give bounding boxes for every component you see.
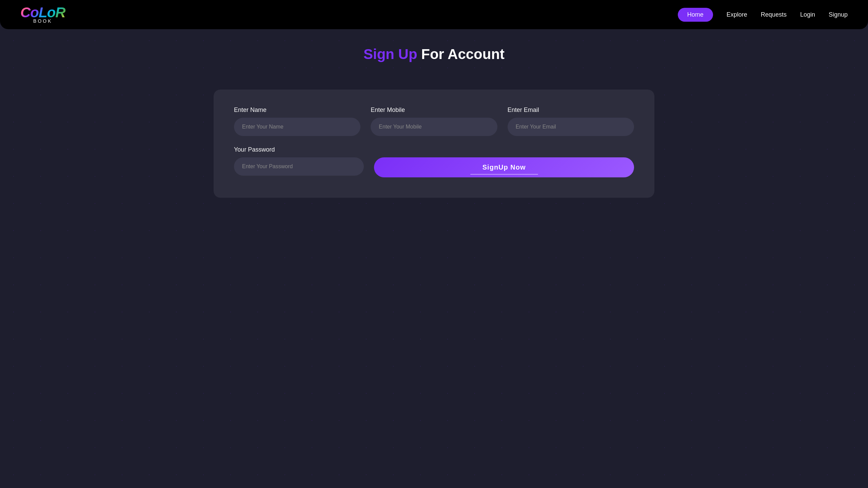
email-input[interactable]	[508, 118, 634, 136]
password-input[interactable]	[234, 157, 364, 176]
name-label: Enter Name	[234, 106, 360, 114]
nav-home[interactable]: Home	[678, 8, 713, 22]
mobile-input[interactable]	[371, 118, 497, 136]
password-label: Your Password	[234, 146, 364, 153]
nav-login[interactable]: Login	[800, 11, 815, 18]
main-content: Sign Up For Account Enter Name Enter Mob…	[0, 29, 868, 211]
submit-group: ‎ SignUp Now	[374, 146, 634, 177]
logo-text: CoLoR	[20, 5, 65, 20]
name-input[interactable]	[234, 118, 360, 136]
navbar: CoLoR BOOK Home Explore Requests Login S…	[0, 0, 868, 29]
mobile-group: Enter Mobile	[371, 106, 497, 136]
form-row-top: Enter Name Enter Mobile Enter Email	[234, 106, 634, 136]
page-title-highlight: Sign Up	[363, 46, 417, 62]
name-group: Enter Name	[234, 106, 360, 136]
page-title-normal: For Account	[417, 46, 505, 62]
email-group: Enter Email	[508, 106, 634, 136]
nav-signup[interactable]: Signup	[829, 11, 848, 18]
page-title: Sign Up For Account	[20, 46, 848, 62]
nav-requests[interactable]: Requests	[761, 11, 787, 18]
email-label: Enter Email	[508, 106, 634, 114]
logo-subtitle: BOOK	[33, 18, 52, 24]
mobile-label: Enter Mobile	[371, 106, 497, 114]
nav-links: Home Explore Requests Login Signup	[678, 8, 848, 22]
signup-button[interactable]: SignUp Now	[374, 157, 634, 177]
password-group: Your Password	[234, 146, 364, 177]
form-row-bottom: Your Password ‎ SignUp Now	[234, 146, 634, 177]
nav-explore[interactable]: Explore	[727, 11, 747, 18]
logo[interactable]: CoLoR BOOK	[20, 5, 65, 24]
signup-form-card: Enter Name Enter Mobile Enter Email Your	[214, 90, 654, 198]
